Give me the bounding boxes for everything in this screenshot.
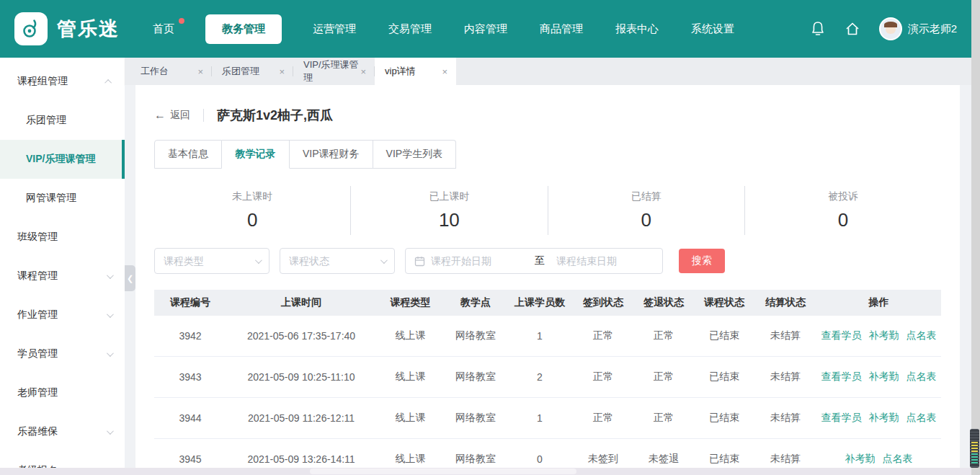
search-button[interactable]: 搜索 [679,249,725,273]
back-button[interactable]: ← 返回 [154,109,190,122]
open-tab-乐团管理[interactable]: 乐团管理× [212,58,293,85]
sidebar-item-老师管理[interactable]: 老师管理 [0,373,125,412]
nav-item-首页[interactable]: 首页 [151,15,176,43]
nav-item-报表中心[interactable]: 报表中心 [614,15,660,43]
calendar-icon [414,256,425,267]
stat-label: 已上课时 [429,190,469,203]
chevron-up-icon [104,79,112,86]
open-tab-label: 乐团管理 [222,65,259,78]
nav-item-教务管理[interactable]: 教务管理 [205,14,282,44]
sidebar-item-课程组管理[interactable]: 课程组管理 [0,62,125,101]
sidebar-item-作业管理[interactable]: 作业管理 [0,296,125,334]
action-link-点名表[interactable]: 点名表 [883,453,913,466]
cell: 正常 [573,412,633,425]
nav-item-运营管理[interactable]: 运营管理 [311,15,357,43]
column-header-课程状态: 课程状态 [694,296,754,309]
cell: 已结束 [694,453,754,466]
cell: 网络教室 [445,370,507,383]
start-date-input[interactable] [431,255,523,267]
open-tab-VIP/乐理课管理[interactable]: VIP/乐理课管理× [293,58,375,85]
horizontal-scrollbar[interactable] [0,468,971,475]
open-tab-label: VIP/乐理课管理 [303,58,360,84]
action-link-查看学员[interactable]: 查看学员 [821,412,862,425]
cell: 未签到 [573,453,633,466]
end-date-input[interactable] [556,255,649,267]
chevron-down-icon [107,427,114,435]
nav-item-商品管理[interactable]: 商品管理 [538,15,584,43]
action-link-补考勤[interactable]: 补考勤 [869,370,899,383]
user-menu[interactable]: 演示老师2 [879,17,957,40]
tab-基本信息[interactable]: 基本信息 [154,140,222,169]
column-header-课程类型: 课程类型 [376,296,445,309]
sidebar-item-label: 作业管理 [17,308,58,321]
sidebar-item-label: 班级管理 [17,231,58,244]
sidebar-item-VIP/乐理课管理[interactable]: VIP/乐理课管理 [0,140,125,179]
tab-教学记录[interactable]: 教学记录 [222,140,290,169]
action-link-查看学员[interactable]: 查看学员 [821,370,862,383]
table-header-row: 课程编号上课时间课程类型教学点上课学员数签到状态签退状态课程状态结算状态操作 [154,290,941,316]
tab-VIP学生列表[interactable]: VIP学生列表 [373,140,457,169]
stat-value: 0 [838,209,848,231]
cell: 线上课 [376,453,445,466]
navbar-right: 演示老师2 [810,17,957,40]
nav-item-内容管理[interactable]: 内容管理 [463,15,509,43]
sidebar-item-学员管理[interactable]: 学员管理 [0,334,125,373]
course-type-select[interactable] [154,248,270,274]
nav-item-系统设置[interactable]: 系统设置 [690,15,736,43]
sidebar-item-乐团管理[interactable]: 乐团管理 [0,101,125,140]
action-link-点名表[interactable]: 点名表 [906,370,937,383]
vertical-scrollbar[interactable] [971,0,980,475]
extension-widget [970,429,979,468]
column-header-课程编号: 课程编号 [154,296,226,309]
course-type-input[interactable] [164,255,243,267]
row-actions: 查看学员补考勤点名表 [816,329,941,342]
close-icon[interactable]: × [197,67,203,76]
row-actions: 查看学员补考勤点名表 [816,370,941,383]
course-status-input[interactable] [289,255,368,267]
cell: 1 [507,330,573,342]
action-link-点名表[interactable]: 点名表 [906,329,937,342]
action-link-补考勤[interactable]: 补考勤 [845,453,876,466]
sidebar-item-考级报名[interactable]: 考级报名 [0,451,125,468]
home-icon[interactable] [845,21,860,37]
course-status-select[interactable] [280,248,395,274]
user-name: 演示老师2 [908,22,957,36]
nav-item-交易管理[interactable]: 交易管理 [387,15,433,43]
close-icon[interactable]: × [442,67,447,76]
cell: 已结束 [694,329,754,342]
stat-未上课时: 未上课时0 [154,186,350,235]
back-arrow-icon: ← [154,109,166,122]
column-header-操作: 操作 [816,296,941,309]
sidebar-item-课程管理[interactable]: 课程管理 [0,257,125,296]
horizontal-scrollbar-thumb[interactable] [310,469,576,474]
cell: 2021-05-09 13:26-14:11 [226,453,376,465]
sidebar-item-label: VIP/乐理课管理 [26,153,95,166]
tab-VIP课程财务[interactable]: VIP课程财务 [290,140,373,169]
sidebar-item-乐器维保[interactable]: 乐器维保 [0,412,125,451]
bell-icon[interactable] [810,21,826,37]
action-link-补考勤[interactable]: 补考勤 [869,412,899,425]
action-link-点名表[interactable]: 点名表 [906,412,937,425]
open-tab-vip详情[interactable]: vip详情× [375,58,456,85]
date-range-picker[interactable]: 至 [405,248,663,274]
stat-被投诉: 被投诉0 [744,186,941,235]
action-link-查看学员[interactable]: 查看学员 [821,329,862,342]
stat-value: 10 [439,209,460,231]
stat-label: 已结算 [631,190,662,203]
cell: 0 [507,453,573,465]
cell: 正常 [633,370,694,383]
action-link-补考勤[interactable]: 补考勤 [869,329,899,342]
sidebar-collapse-handle[interactable]: ❮ [125,265,135,291]
brand-logo[interactable] [14,12,48,45]
back-row: ← 返回 萨克斯1v2柚子,西瓜 [154,107,941,124]
close-icon[interactable]: × [279,67,285,76]
column-header-上课时间: 上课时间 [226,296,376,309]
sidebar-item-网管课管理[interactable]: 网管课管理 [0,179,125,218]
open-tab-工作台[interactable]: 工作台× [130,58,212,85]
column-header-签退状态: 签退状态 [633,296,694,309]
cell: 已结束 [694,370,754,383]
title-divider [203,109,204,122]
close-icon[interactable]: × [360,67,366,76]
sidebar-item-班级管理[interactable]: 班级管理 [0,218,125,257]
cell: 未结算 [754,329,816,342]
